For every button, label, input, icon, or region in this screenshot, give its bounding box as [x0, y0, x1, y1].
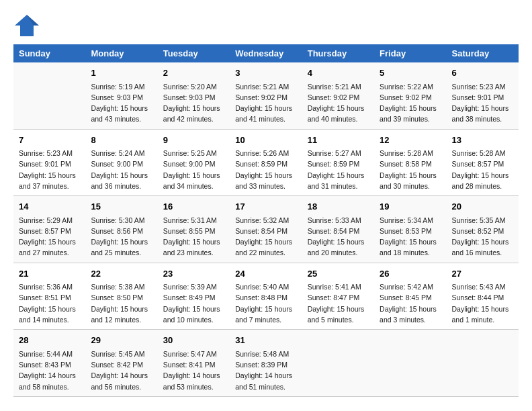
day-number: 28 [19, 334, 80, 347]
day-number: 20 [452, 200, 513, 214]
day-number: 5 [380, 66, 441, 80]
day-number: 9 [163, 134, 224, 147]
day-number: 29 [91, 334, 152, 347]
calendar-table: SundayMondayTuesdayWednesdayThursdayFrid… [13, 44, 519, 397]
cell-info: Sunrise: 5:21 AMSunset: 9:02 PMDaylight:… [235, 81, 296, 125]
day-number: 8 [91, 134, 152, 147]
calendar-week-row: 1Sunrise: 5:19 AMSunset: 9:03 PMDaylight… [13, 62, 519, 129]
calendar-cell: 26Sunrise: 5:42 AMSunset: 8:45 PMDayligh… [374, 263, 446, 330]
cell-info: Sunrise: 5:44 AMSunset: 8:43 PMDaylight:… [19, 349, 80, 392]
calendar-cell: 31Sunrise: 5:48 AMSunset: 8:39 PMDayligh… [230, 330, 302, 397]
cell-info: Sunrise: 5:21 AMSunset: 9:02 PMDaylight:… [308, 81, 369, 125]
day-number: 14 [19, 200, 80, 214]
day-number: 24 [235, 267, 296, 281]
calendar-cell: 15Sunrise: 5:30 AMSunset: 8:56 PMDayligh… [85, 196, 157, 263]
day-number: 26 [380, 267, 441, 281]
calendar-cell: 8Sunrise: 5:24 AMSunset: 9:00 PMDaylight… [85, 129, 157, 196]
calendar-week-row: 14Sunrise: 5:29 AMSunset: 8:57 PMDayligh… [13, 196, 519, 263]
day-number: 6 [452, 66, 513, 80]
calendar-cell: 9Sunrise: 5:25 AMSunset: 9:00 PMDaylight… [158, 129, 230, 196]
calendar-cell: 6Sunrise: 5:23 AMSunset: 9:01 PMDaylight… [447, 62, 519, 129]
calendar-cell: 16Sunrise: 5:31 AMSunset: 8:55 PMDayligh… [158, 196, 230, 263]
cell-info: Sunrise: 5:38 AMSunset: 8:50 PMDaylight:… [91, 281, 152, 325]
calendar-week-row: 28Sunrise: 5:44 AMSunset: 8:43 PMDayligh… [13, 330, 519, 397]
cell-info: Sunrise: 5:19 AMSunset: 9:03 PMDaylight:… [91, 81, 152, 125]
cell-info: Sunrise: 5:27 AMSunset: 8:59 PMDaylight:… [308, 148, 369, 191]
cell-info: Sunrise: 5:48 AMSunset: 8:39 PMDaylight:… [235, 349, 296, 392]
logo [13, 13, 44, 38]
calendar-cell: 21Sunrise: 5:36 AMSunset: 8:51 PMDayligh… [13, 263, 85, 330]
calendar-cell: 22Sunrise: 5:38 AMSunset: 8:50 PMDayligh… [85, 263, 157, 330]
calendar-cell [13, 62, 85, 129]
calendar-cell [302, 330, 374, 397]
day-number: 11 [308, 134, 369, 147]
calendar-cell: 12Sunrise: 5:28 AMSunset: 8:58 PMDayligh… [374, 129, 446, 196]
weekday-header-tuesday: Tuesday [158, 44, 230, 62]
calendar-cell: 20Sunrise: 5:35 AMSunset: 8:52 PMDayligh… [447, 196, 519, 263]
calendar-week-row: 21Sunrise: 5:36 AMSunset: 8:51 PMDayligh… [13, 263, 519, 330]
calendar-week-row: 7Sunrise: 5:23 AMSunset: 9:01 PMDaylight… [13, 129, 519, 196]
day-number: 16 [163, 200, 224, 214]
day-number: 4 [308, 66, 369, 80]
day-number: 17 [235, 200, 296, 214]
day-number: 19 [380, 200, 441, 214]
day-number: 27 [452, 267, 513, 281]
day-number: 13 [452, 134, 513, 147]
calendar-cell: 2Sunrise: 5:20 AMSunset: 9:03 PMDaylight… [158, 62, 230, 129]
cell-info: Sunrise: 5:22 AMSunset: 9:02 PMDaylight:… [380, 81, 441, 125]
day-number: 7 [19, 134, 80, 147]
weekday-header-row: SundayMondayTuesdayWednesdayThursdayFrid… [13, 44, 519, 62]
cell-info: Sunrise: 5:39 AMSunset: 8:49 PMDaylight:… [163, 281, 224, 325]
cell-info: Sunrise: 5:34 AMSunset: 8:53 PMDaylight:… [380, 215, 441, 259]
logo-icon [13, 13, 40, 38]
calendar-cell: 19Sunrise: 5:34 AMSunset: 8:53 PMDayligh… [374, 196, 446, 263]
cell-info: Sunrise: 5:25 AMSunset: 9:00 PMDaylight:… [163, 148, 224, 191]
calendar-cell: 29Sunrise: 5:45 AMSunset: 8:42 PMDayligh… [85, 330, 157, 397]
day-number: 2 [163, 66, 224, 80]
calendar-cell: 7Sunrise: 5:23 AMSunset: 9:01 PMDaylight… [13, 129, 85, 196]
weekday-header-friday: Friday [374, 44, 446, 62]
header [13, 13, 519, 38]
cell-info: Sunrise: 5:40 AMSunset: 8:48 PMDaylight:… [235, 281, 296, 325]
calendar-cell: 1Sunrise: 5:19 AMSunset: 9:03 PMDaylight… [85, 62, 157, 129]
calendar-cell: 24Sunrise: 5:40 AMSunset: 8:48 PMDayligh… [230, 263, 302, 330]
day-number: 10 [235, 134, 296, 147]
cell-info: Sunrise: 5:45 AMSunset: 8:42 PMDaylight:… [91, 349, 152, 392]
calendar-cell: 23Sunrise: 5:39 AMSunset: 8:49 PMDayligh… [158, 263, 230, 330]
cell-info: Sunrise: 5:29 AMSunset: 8:57 PMDaylight:… [19, 215, 80, 259]
day-number: 21 [19, 267, 80, 281]
calendar-cell: 30Sunrise: 5:47 AMSunset: 8:41 PMDayligh… [158, 330, 230, 397]
weekday-header-saturday: Saturday [447, 44, 519, 62]
day-number: 25 [308, 267, 369, 281]
cell-info: Sunrise: 5:26 AMSunset: 8:59 PMDaylight:… [235, 148, 296, 191]
calendar-cell: 5Sunrise: 5:22 AMSunset: 9:02 PMDaylight… [374, 62, 446, 129]
cell-info: Sunrise: 5:24 AMSunset: 9:00 PMDaylight:… [91, 148, 152, 191]
cell-info: Sunrise: 5:20 AMSunset: 9:03 PMDaylight:… [163, 81, 224, 125]
cell-info: Sunrise: 5:28 AMSunset: 8:57 PMDaylight:… [452, 148, 513, 191]
calendar-cell [447, 330, 519, 397]
day-number: 31 [235, 334, 296, 347]
calendar-cell: 4Sunrise: 5:21 AMSunset: 9:02 PMDaylight… [302, 62, 374, 129]
calendar-cell [374, 330, 446, 397]
cell-info: Sunrise: 5:31 AMSunset: 8:55 PMDaylight:… [163, 215, 224, 259]
calendar-cell: 3Sunrise: 5:21 AMSunset: 9:02 PMDaylight… [230, 62, 302, 129]
day-number: 23 [163, 267, 224, 281]
calendar-cell: 10Sunrise: 5:26 AMSunset: 8:59 PMDayligh… [230, 129, 302, 196]
day-number: 18 [308, 200, 369, 214]
cell-info: Sunrise: 5:43 AMSunset: 8:44 PMDaylight:… [452, 281, 513, 325]
calendar-cell: 28Sunrise: 5:44 AMSunset: 8:43 PMDayligh… [13, 330, 85, 397]
cell-info: Sunrise: 5:33 AMSunset: 8:54 PMDaylight:… [308, 215, 369, 259]
cell-info: Sunrise: 5:36 AMSunset: 8:51 PMDaylight:… [19, 281, 80, 325]
weekday-header-thursday: Thursday [302, 44, 374, 62]
calendar-cell: 18Sunrise: 5:33 AMSunset: 8:54 PMDayligh… [302, 196, 374, 263]
day-number: 15 [91, 200, 152, 214]
weekday-header-sunday: Sunday [13, 44, 85, 62]
cell-info: Sunrise: 5:28 AMSunset: 8:58 PMDaylight:… [380, 148, 441, 191]
cell-info: Sunrise: 5:35 AMSunset: 8:52 PMDaylight:… [452, 215, 513, 259]
cell-info: Sunrise: 5:23 AMSunset: 9:01 PMDaylight:… [19, 148, 80, 191]
day-number: 3 [235, 66, 296, 80]
cell-info: Sunrise: 5:41 AMSunset: 8:47 PMDaylight:… [308, 281, 369, 325]
day-number: 30 [163, 334, 224, 347]
calendar-cell: 14Sunrise: 5:29 AMSunset: 8:57 PMDayligh… [13, 196, 85, 263]
calendar-cell: 13Sunrise: 5:28 AMSunset: 8:57 PMDayligh… [447, 129, 519, 196]
